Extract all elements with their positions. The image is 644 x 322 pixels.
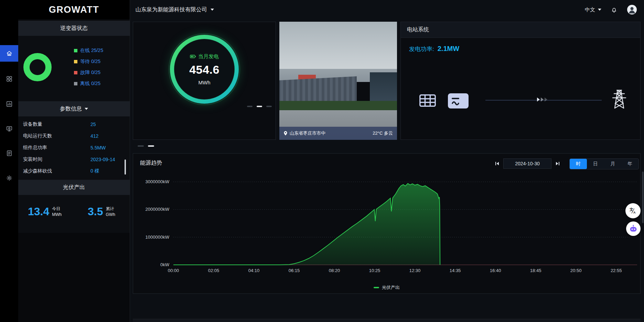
energy-trend-card: 能源趋势 2024-10-30 时 日 月 年 0kW1000000kW2000… xyxy=(133,153,641,294)
plant-selector[interactable]: 山东泉为新能源科技有限公司 xyxy=(136,6,214,13)
period-tabs: 时 日 月 年 xyxy=(569,158,639,169)
photo-trees xyxy=(279,101,397,112)
pv-total-group: 3.5 累计 GWh xyxy=(88,205,115,218)
tab-day[interactable]: 日 xyxy=(587,159,604,169)
location: 山东省枣庄市市中 xyxy=(283,130,325,136)
topbar: 山东泉为新能源科技有限公司 中文 xyxy=(130,0,644,19)
document-list-icon xyxy=(6,150,13,157)
param-row: 安装时间 2023-09-14 xyxy=(18,154,130,165)
status-fault-label: 故障 0/25 xyxy=(80,70,100,76)
status-offline-label: 离线 0/25 xyxy=(80,81,100,87)
next-section-edge xyxy=(133,319,641,322)
inverter-status-body: 在线 25/25 等待 0/25 故障 0/25 离线 0/25 xyxy=(18,36,130,101)
svg-text:文: 文 xyxy=(629,207,633,211)
tab-month[interactable]: 月 xyxy=(604,159,621,169)
params-header[interactable]: 参数信息 xyxy=(18,101,130,116)
carousel-dot-active[interactable] xyxy=(257,106,262,107)
prev-day-button[interactable] xyxy=(494,161,500,166)
param-value: 25 xyxy=(90,122,96,127)
svg-text:14:35: 14:35 xyxy=(450,268,461,273)
svg-text:04:10: 04:10 xyxy=(248,268,260,273)
date-picker[interactable]: 2024-10-30 xyxy=(503,158,551,169)
status-fault-swatch xyxy=(74,71,77,74)
assistant-robot-button[interactable] xyxy=(626,221,641,236)
translate-button[interactable]: 文 A xyxy=(625,203,641,218)
gauge-label: 当月发电 xyxy=(190,53,219,60)
pv-output-title: 光伏产出 xyxy=(63,184,85,191)
svg-text:20:50: 20:50 xyxy=(570,268,582,273)
status-waiting-swatch xyxy=(74,60,77,63)
rail-logs-icon[interactable] xyxy=(0,145,18,162)
param-row: 电站运行天数 412 xyxy=(18,130,130,142)
status-online-label: 在线 25/25 xyxy=(80,48,103,54)
plant-system-card: 电站系统 发电功率: 2.1MW xyxy=(400,22,641,140)
icon-rail xyxy=(0,0,18,322)
rail-apps-icon[interactable] xyxy=(0,71,18,87)
status-legend-item: 离线 0/25 xyxy=(74,81,103,87)
dashboard-root: GROWATT 逆变器状态 在线 25/25 等待 0/25 xyxy=(0,0,644,322)
carousel-dot[interactable] xyxy=(138,145,144,147)
status-legend-item: 在线 25/25 xyxy=(74,48,103,54)
inverter-status-header: 逆变器状态 xyxy=(18,21,130,36)
topbar-right: 中文 xyxy=(585,4,637,15)
gauge-unit: MWh xyxy=(198,80,211,85)
monthly-generation-card: 当月发电 454.6 MWh xyxy=(133,22,276,140)
svg-text:00:00: 00:00 xyxy=(168,268,179,273)
page-scrollbar-thumb[interactable] xyxy=(642,172,644,223)
rail-settings-icon[interactable] xyxy=(0,170,18,186)
language-selector[interactable]: 中文 xyxy=(585,7,601,13)
svg-text:2000000kW: 2000000kW xyxy=(146,207,170,212)
carousel-dot[interactable] xyxy=(266,106,272,107)
status-legend-item: 故障 0/25 xyxy=(74,70,103,76)
next-day-button[interactable] xyxy=(555,161,560,166)
tab-year[interactable]: 年 xyxy=(621,159,638,169)
rail-home-icon[interactable] xyxy=(0,45,18,62)
chevron-down-icon xyxy=(598,9,601,11)
energy-trend-title: 能源趋势 xyxy=(140,159,162,167)
status-online-swatch xyxy=(74,49,77,52)
status-legend-item: 等待 0/25 xyxy=(74,59,103,65)
sidebar-scrollbar-thumb[interactable] xyxy=(125,159,126,175)
power-label: 发电功率: xyxy=(409,45,434,53)
skip-next-icon xyxy=(555,161,560,166)
param-row: 组件总功率 5.5MW xyxy=(18,142,130,154)
system-card-title: 电站系统 xyxy=(407,26,429,33)
generation-power: 发电功率: 2.1MW xyxy=(409,45,459,53)
chevron-down-icon xyxy=(211,9,214,11)
gauge-carousel-dots xyxy=(247,106,272,107)
rail-device-monitor-icon[interactable] xyxy=(0,121,18,137)
svg-text:12:30: 12:30 xyxy=(409,268,421,273)
sidebar: GROWATT 逆变器状态 在线 25/25 等待 0/25 xyxy=(18,0,130,322)
language-label: 中文 xyxy=(585,7,595,13)
param-value: 412 xyxy=(90,133,98,139)
param-row: 减少森林砍伐 0 棵 xyxy=(18,165,130,177)
svg-text:08:20: 08:20 xyxy=(329,268,340,273)
carousel-dot-active[interactable] xyxy=(148,145,154,147)
svg-text:A: A xyxy=(633,211,636,214)
user-avatar[interactable] xyxy=(627,4,637,15)
gauge-text: 当月发电 454.6 MWh xyxy=(165,30,244,109)
param-label: 安装时间 xyxy=(23,156,90,163)
pv-output-area-chart: 0kW1000000kW2000000kW3000000kW00:0002:05… xyxy=(133,174,641,278)
param-value: 5.5MW xyxy=(90,145,106,150)
bell-icon xyxy=(610,6,618,13)
donut-ring xyxy=(22,51,53,83)
rail-statistics-icon[interactable] xyxy=(0,96,18,112)
param-label: 组件总功率 xyxy=(23,145,90,151)
chart-legend: 光伏产出 xyxy=(133,284,640,291)
weather-text: 22°C 多云 xyxy=(373,130,393,136)
location-pin-icon xyxy=(283,131,288,136)
notifications-button[interactable] xyxy=(610,6,618,13)
inverter-icon xyxy=(447,92,470,110)
status-offline-swatch xyxy=(74,82,77,85)
page-carousel-dots xyxy=(138,145,154,147)
param-value: 2023-09-14 xyxy=(90,157,115,162)
tab-hour[interactable]: 时 xyxy=(570,159,587,169)
pv-today-group: 13.4 今日 MWh xyxy=(28,205,62,218)
pv-output-header: 光伏产出 xyxy=(18,180,130,195)
carousel-dot[interactable] xyxy=(247,106,253,107)
svg-text:16:40: 16:40 xyxy=(490,268,501,273)
translate-icon: 文 A xyxy=(629,207,637,215)
chevron-down-icon xyxy=(85,108,88,110)
pv-total-value: 3.5 xyxy=(88,205,103,218)
